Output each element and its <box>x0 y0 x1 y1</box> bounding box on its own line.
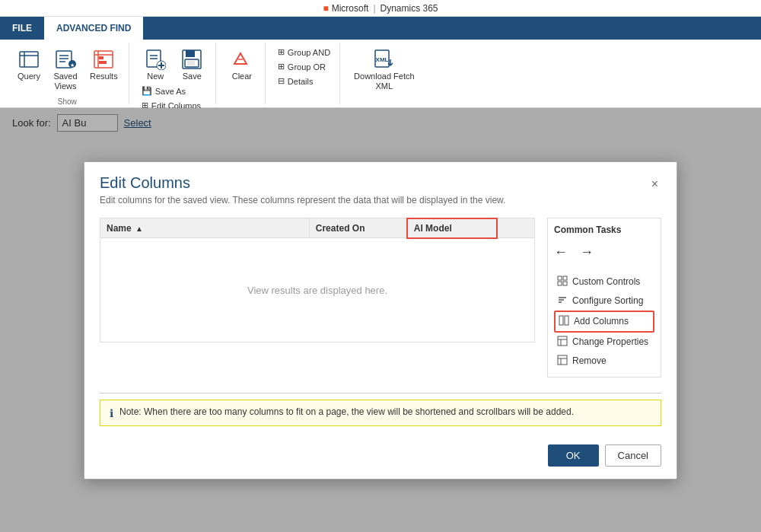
download-fetch-xml-button[interactable]: XML Download FetchXML <box>349 46 419 93</box>
col-header-ai-model[interactable]: AI Model <box>407 218 497 238</box>
svg-text:XML: XML <box>375 56 388 63</box>
ms-logo: ■ <box>323 3 328 14</box>
task-configure-sorting[interactable]: Configure Sorting <box>554 291 654 311</box>
svg-rect-30 <box>558 282 562 285</box>
modal-footer: OK Cancel <box>84 435 677 479</box>
ribbon: Query ★ SavedViews <box>0 40 761 108</box>
col-name-label: Name <box>107 223 132 234</box>
app-name: Dynamics 365 <box>380 3 438 14</box>
col-header-name[interactable]: Name ▲ <box>100 218 310 238</box>
col-header-extra <box>497 218 534 238</box>
nav-left-button[interactable]: ← <box>554 244 568 260</box>
change-properties-label: Change Properties <box>572 336 648 347</box>
group-or-label: Group OR <box>288 62 326 72</box>
task-add-columns[interactable]: Add Columns <box>554 311 654 333</box>
title-separator: | <box>373 3 375 14</box>
svg-rect-13 <box>99 61 107 64</box>
group-and-label: Group AND <box>288 48 330 57</box>
columns-area: Name ▲ Created On AI Model <box>100 218 535 377</box>
ok-button[interactable]: OK <box>548 444 599 467</box>
add-columns-icon <box>559 315 569 328</box>
group-and-button[interactable]: ⊞ Group AND <box>275 46 333 59</box>
note-bar: ℹ Note: When there are too many columns … <box>100 400 661 426</box>
ribbon-group-download: XML Download FetchXML <box>343 43 425 104</box>
action-buttons: New Save <box>139 46 209 83</box>
show-group-label: Show <box>58 94 77 106</box>
svg-rect-21 <box>186 50 195 57</box>
modal-close-button[interactable]: × <box>648 174 661 194</box>
save-label: Save <box>183 72 202 81</box>
grouping-small-buttons: ⊞ Group AND ⊞ Group OR ⊟ Details <box>275 46 333 88</box>
svg-rect-40 <box>558 355 567 365</box>
ribbon-tabs: FILE ADVANCED FIND <box>0 17 761 40</box>
modal-subtitle: Edit columns for the saved view. These c… <box>100 195 505 205</box>
configure-sorting-label: Configure Sorting <box>572 295 643 306</box>
sort-arrow: ▲ <box>135 225 143 233</box>
ribbon-group-actions: New Save 💾 Save As ⊞ <box>132 43 216 104</box>
group-or-icon: ⊞ <box>278 62 285 72</box>
task-custom-controls[interactable]: Custom Controls <box>554 272 654 291</box>
clear-icon <box>230 47 254 72</box>
saved-views-icon: ★ <box>53 47 78 72</box>
ribbon-group-grouping: ⊞ Group AND ⊞ Group OR ⊟ Details <box>269 43 340 104</box>
results-label: Results <box>90 72 118 81</box>
save-icon <box>180 47 204 72</box>
svg-rect-0 <box>20 52 38 67</box>
save-as-button[interactable]: 💾 Save As <box>139 84 209 97</box>
download-fetch-xml-label: Download FetchXML <box>354 72 415 91</box>
task-change-properties[interactable]: Change Properties <box>554 333 654 352</box>
nav-arrows: ← → <box>554 241 654 263</box>
modal-title: Edit Columns <box>100 174 505 192</box>
query-icon <box>17 47 41 72</box>
tab-advanced-find[interactable]: ADVANCED FIND <box>44 17 143 40</box>
details-button[interactable]: ⊟ Details <box>275 75 333 88</box>
svg-rect-28 <box>558 276 562 280</box>
task-remove[interactable]: Remove <box>554 352 654 371</box>
tab-file[interactable]: FILE <box>0 17 44 40</box>
change-properties-icon <box>557 336 568 349</box>
new-label: New <box>147 72 164 81</box>
common-tasks-title: Common Tasks <box>554 225 654 235</box>
clear-label: Clear <box>232 72 252 81</box>
brand-name: Microsoft <box>332 3 369 14</box>
cancel-button[interactable]: Cancel <box>605 444 661 467</box>
group-or-button[interactable]: ⊞ Group OR <box>275 60 333 73</box>
modal-body: Name ▲ Created On AI Model <box>84 205 677 390</box>
svg-rect-36 <box>565 316 568 325</box>
saved-views-label: SavedViews <box>53 72 77 91</box>
svg-text:★: ★ <box>70 62 75 68</box>
modal-separator <box>100 393 661 393</box>
modal-header-content: Edit Columns Edit columns for the saved … <box>100 174 505 205</box>
new-button[interactable]: New <box>139 46 172 83</box>
query-button[interactable]: Query <box>12 46 46 83</box>
svg-rect-35 <box>559 316 563 325</box>
remove-icon <box>557 355 568 368</box>
results-icon <box>91 47 116 72</box>
query-label: Query <box>18 72 40 81</box>
svg-rect-23 <box>187 61 195 65</box>
configure-sorting-icon <box>557 295 568 307</box>
group-and-icon: ⊞ <box>278 47 285 57</box>
custom-controls-label: Custom Controls <box>572 276 640 287</box>
modal-header: Edit Columns Edit columns for the saved … <box>84 162 677 205</box>
clear-button[interactable]: Clear <box>225 46 259 83</box>
add-columns-label: Add Columns <box>574 316 629 327</box>
col-header-created-on[interactable]: Created On <box>309 218 406 238</box>
details-label: Details <box>288 77 314 86</box>
ribbon-group-show: Query ★ SavedViews <box>6 43 129 104</box>
col-aimodel-label: AI Model <box>414 223 452 234</box>
svg-rect-29 <box>563 276 567 280</box>
save-button[interactable]: Save <box>175 46 209 83</box>
show-buttons: Query ★ SavedViews <box>12 46 123 93</box>
download-icon: XML <box>372 47 396 72</box>
details-icon: ⊟ <box>278 76 285 86</box>
note-text: Note: When there are too many columns to… <box>119 406 574 417</box>
custom-controls-icon <box>557 276 568 288</box>
empty-message: View results are displayed here. <box>100 239 535 342</box>
saved-views-button[interactable]: ★ SavedViews <box>49 46 82 93</box>
nav-right-button[interactable]: → <box>580 244 594 260</box>
main-content: Look for: AI Bu Select Edit Columns Edit… <box>0 108 761 532</box>
remove-label: Remove <box>572 355 607 366</box>
results-button[interactable]: Results <box>85 46 123 83</box>
columns-table: Name ▲ Created On AI Model <box>100 218 535 239</box>
